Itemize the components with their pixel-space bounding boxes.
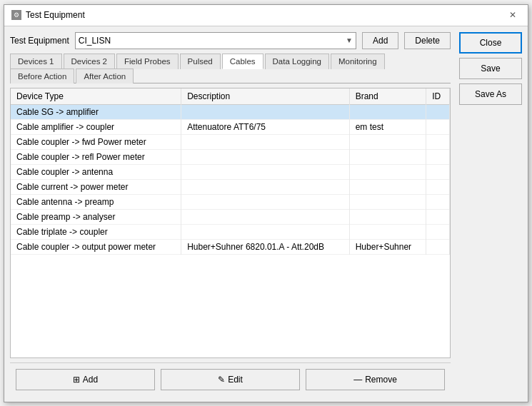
cell-6-3 [426, 194, 450, 209]
title-bar-left: ⚙ Test Equipment [11, 10, 85, 20]
main-content: Test Equipment CI_LISN ▼ Add Delete Devi… [4, 26, 528, 402]
cell-9-3 [426, 239, 450, 254]
tab-field-probes[interactable]: Field Probes [116, 54, 179, 69]
cell-9-2: Huber+Suhner [349, 239, 426, 254]
remove-row-icon: — [353, 375, 362, 385]
tab-devices1[interactable]: Devices 1 [10, 54, 62, 69]
cell-7-0: Cable preamp -> analyser [11, 209, 181, 224]
title-bar: ⚙ Test Equipment ✕ [4, 5, 528, 26]
tab-pulsed[interactable]: Pulsed [180, 54, 221, 69]
cell-1-2: em test [349, 119, 426, 134]
cell-5-2 [349, 179, 426, 194]
cell-8-1 [181, 224, 350, 239]
cell-2-1 [181, 134, 350, 149]
cell-1-0: Cable amplifier -> coupler [11, 119, 181, 134]
col-device-type: Device Type [11, 88, 181, 105]
cell-5-3 [426, 179, 450, 194]
cell-0-0: Cable SG -> amplifier [11, 104, 181, 119]
add-row-label: Add [83, 375, 98, 385]
cell-1-1: Attenuatore ATT6/75 [181, 119, 350, 134]
cell-0-1 [181, 104, 350, 119]
bottom-bar: ⊞ Add ✎ Edit — Remove [10, 362, 451, 396]
cell-7-3 [426, 209, 450, 224]
window-title: Test Equipment [26, 10, 85, 20]
tab-devices2[interactable]: Devices 2 [64, 54, 116, 69]
cell-0-3 [426, 104, 450, 119]
save-button[interactable]: Save [459, 58, 522, 79]
table-row[interactable]: Cable coupler -> output power meterHuber… [11, 239, 450, 254]
cell-4-2 [349, 164, 426, 179]
cell-3-2 [349, 149, 426, 164]
cell-0-2 [349, 104, 426, 119]
tab-cables[interactable]: Cables [222, 54, 264, 69]
add-row-button[interactable]: ⊞ Add [16, 369, 155, 390]
cell-2-2 [349, 134, 426, 149]
col-brand: Brand [349, 88, 426, 105]
cell-7-1 [181, 209, 350, 224]
main-window: ⚙ Test Equipment ✕ Test Equipment CI_LIS… [4, 4, 528, 402]
close-button[interactable]: Close [459, 32, 522, 54]
table-row[interactable]: Cable SG -> amplifier [11, 104, 450, 119]
cell-8-2 [349, 224, 426, 239]
remove-row-button[interactable]: — Remove [306, 369, 445, 390]
add-row-icon: ⊞ [73, 375, 80, 385]
dropdown-value: CI_LISN [79, 36, 111, 46]
save-as-button[interactable]: Save As [459, 83, 522, 105]
delete-equipment-button[interactable]: Delete [404, 32, 451, 49]
window-close-button[interactable]: ✕ [505, 9, 521, 21]
cables-table: Device Type Description Brand ID Cable S… [11, 88, 450, 255]
cell-3-3 [426, 149, 450, 164]
cell-2-0: Cable coupler -> fwd Power meter [11, 134, 181, 149]
cell-2-3 [426, 134, 450, 149]
edit-row-label: Edit [228, 375, 243, 385]
tab-after-action[interactable]: After Action [76, 68, 134, 83]
cell-4-0: Cable coupler -> antenna [11, 164, 181, 179]
cell-7-2 [349, 209, 426, 224]
toolbar-row: Test Equipment CI_LISN ▼ Add Delete [10, 32, 451, 49]
cell-6-0: Cable antenna -> preamp [11, 194, 181, 209]
table-row[interactable]: Cable coupler -> antenna [11, 164, 450, 179]
tabs-row: Devices 1 Devices 2 Field Probes Pulsed … [10, 54, 451, 83]
cell-6-2 [349, 194, 426, 209]
dropdown-arrow-icon: ▼ [346, 36, 353, 44]
cell-5-1 [181, 179, 350, 194]
cell-8-3 [426, 224, 450, 239]
cell-5-0: Cable current -> power meter [11, 179, 181, 194]
cables-table-container: Device Type Description Brand ID Cable S… [10, 88, 451, 358]
tab-monitoring[interactable]: Monitoring [331, 54, 385, 69]
equipment-dropdown[interactable]: CI_LISN ▼ [75, 32, 356, 49]
right-panel: Close Save Save As [456, 26, 528, 402]
table-row[interactable]: Cable coupler -> fwd Power meter [11, 134, 450, 149]
left-panel: Test Equipment CI_LISN ▼ Add Delete Devi… [4, 26, 456, 402]
table-row[interactable]: Cable triplate -> coupler [11, 224, 450, 239]
cell-3-1 [181, 149, 350, 164]
cell-6-1 [181, 194, 350, 209]
cell-9-0: Cable coupler -> output power meter [11, 239, 181, 254]
cell-8-0: Cable triplate -> coupler [11, 224, 181, 239]
edit-row-button[interactable]: ✎ Edit [161, 369, 300, 390]
table-row[interactable]: Cable amplifier -> couplerAttenuatore AT… [11, 119, 450, 134]
remove-row-label: Remove [365, 375, 397, 385]
cell-3-0: Cable coupler -> refl Power meter [11, 149, 181, 164]
table-row[interactable]: Cable current -> power meter [11, 179, 450, 194]
table-row[interactable]: Cable antenna -> preamp [11, 194, 450, 209]
cell-1-3 [426, 119, 450, 134]
table-row[interactable]: Cable preamp -> analyser [11, 209, 450, 224]
tab-before-action[interactable]: Before Action [10, 68, 74, 83]
tab-data-logging[interactable]: Data Logging [265, 54, 329, 69]
window-icon: ⚙ [11, 10, 21, 20]
test-equipment-label: Test Equipment [10, 36, 69, 46]
col-description: Description [181, 88, 350, 105]
add-equipment-button[interactable]: Add [362, 32, 398, 49]
col-id: ID [426, 88, 450, 105]
table-header-row: Device Type Description Brand ID [11, 88, 450, 105]
cell-9-1: Huber+Suhner 6820.01.A - Att.20dB [181, 239, 350, 254]
table-row[interactable]: Cable coupler -> refl Power meter [11, 149, 450, 164]
cell-4-3 [426, 164, 450, 179]
edit-row-icon: ✎ [218, 375, 225, 385]
cell-4-1 [181, 164, 350, 179]
